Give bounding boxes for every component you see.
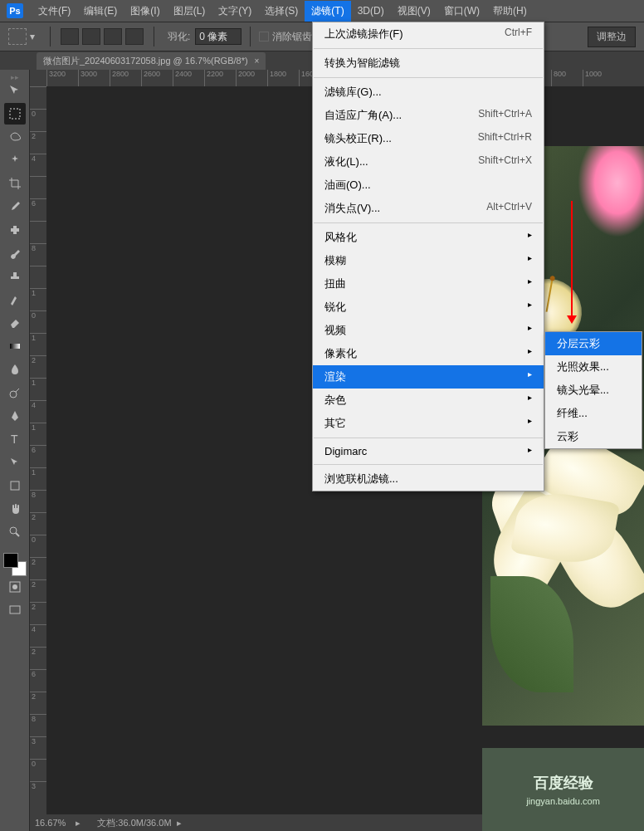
submenu-lighting-effects[interactable]: 光照效果... xyxy=(545,355,642,379)
menu-filter[interactable]: 滤镜(T) xyxy=(305,1,350,22)
svg-point-9 xyxy=(12,584,17,589)
close-icon[interactable]: × xyxy=(255,56,260,66)
guide-arrow-icon xyxy=(571,201,573,317)
svg-rect-3 xyxy=(10,344,20,349)
selection-intersect-icon[interactable] xyxy=(125,28,144,45)
lasso-tool-icon[interactable] xyxy=(4,126,26,148)
menu-layer[interactable]: 图层(L) xyxy=(167,1,212,22)
watermark: 百度经验 jingyan.baidu.com xyxy=(482,748,644,831)
svg-point-7 xyxy=(10,527,17,534)
filter-menu-dropdown: 上次滤镜操作(F)Ctrl+F 转换为智能滤镜 滤镜库(G)... 自适应广角(… xyxy=(312,22,544,491)
menu-file[interactable]: 文件(F) xyxy=(32,1,77,22)
screenmode-tool-icon[interactable] xyxy=(4,599,26,621)
color-swatches[interactable] xyxy=(3,553,27,576)
current-tool-icon[interactable] xyxy=(8,28,27,45)
menu-oil-paint[interactable]: 油画(O)... xyxy=(313,174,544,197)
menu-stylize[interactable]: 风格化 xyxy=(313,226,544,249)
menu-digimarc[interactable]: Digimarc xyxy=(313,441,544,462)
menu-select[interactable]: 选择(S) xyxy=(258,1,305,22)
menu-text[interactable]: 文字(Y) xyxy=(212,1,258,22)
menu-3d[interactable]: 3D(D) xyxy=(351,2,391,20)
submenu-fibers[interactable]: 纤维... xyxy=(545,402,642,425)
svg-rect-10 xyxy=(10,606,20,613)
crop-tool-icon[interactable] xyxy=(4,173,26,194)
menu-video[interactable]: 视频 xyxy=(313,319,544,342)
menu-browse-online-filters[interactable]: 浏览联机滤镜... xyxy=(313,467,544,491)
menu-noise[interactable]: 杂色 xyxy=(313,389,544,412)
selection-new-icon[interactable] xyxy=(61,28,79,45)
document-tab[interactable]: 微信图片_20240603172058.jpg @ 16.7%(RGB/8*) … xyxy=(37,52,266,70)
menu-sharpen[interactable]: 锐化 xyxy=(313,296,544,319)
refine-edge-button[interactable]: 调整边 xyxy=(588,27,636,47)
type-tool-icon[interactable]: T xyxy=(4,428,26,450)
ruler-vertical[interactable]: 0246810121416182022242628303 xyxy=(30,86,46,814)
hand-tool-icon[interactable] xyxy=(4,498,26,520)
app-logo: Ps xyxy=(7,3,23,18)
menu-convert-smart-filter[interactable]: 转换为智能滤镜 xyxy=(313,51,544,75)
document-info: 文档:36.0M/36.0M xyxy=(97,817,171,829)
move-tool-icon[interactable] xyxy=(4,80,26,101)
menu-blur[interactable]: 模糊 xyxy=(313,249,544,272)
svg-rect-2 xyxy=(13,226,17,234)
svg-point-4 xyxy=(10,391,17,398)
menu-pixelate[interactable]: 像素化 xyxy=(313,342,544,365)
watermark-url: jingyan.baidu.com xyxy=(526,796,600,806)
svg-rect-0 xyxy=(10,109,20,119)
menu-lens-correction[interactable]: 镜头校正(R)...Shift+Ctrl+R xyxy=(313,127,544,150)
blur-tool-icon[interactable] xyxy=(4,359,26,380)
menu-liquify[interactable]: 液化(L)...Shift+Ctrl+X xyxy=(313,150,544,174)
submenu-difference-clouds[interactable]: 分层云彩 xyxy=(545,332,642,355)
feather-input[interactable] xyxy=(195,28,242,45)
svg-rect-6 xyxy=(11,481,19,490)
heal-tool-icon[interactable] xyxy=(4,219,26,241)
gradient-tool-icon[interactable] xyxy=(4,335,26,357)
marquee-tool-icon[interactable] xyxy=(4,103,26,125)
menu-distort[interactable]: 扭曲 xyxy=(313,272,544,296)
antialias-label: 消除锯齿 xyxy=(272,30,312,44)
zoom-value[interactable]: 16.67% xyxy=(35,818,66,828)
wand-tool-icon[interactable] xyxy=(4,149,26,171)
document-title: 微信图片_20240603172058.jpg @ 16.7%(RGB/8*) xyxy=(43,55,248,67)
menu-filter-gallery[interactable]: 滤镜库(G)... xyxy=(313,81,544,104)
menu-render[interactable]: 渲染 xyxy=(313,365,544,389)
svg-text:T: T xyxy=(11,433,18,446)
selection-subtract-icon[interactable] xyxy=(104,28,122,45)
foreground-color-swatch[interactable] xyxy=(3,553,18,568)
selection-add-icon[interactable] xyxy=(82,28,100,45)
antialias-checkbox[interactable] xyxy=(259,32,269,42)
menu-help[interactable]: 帮助(H) xyxy=(486,1,534,22)
brush-tool-icon[interactable] xyxy=(4,242,26,264)
watermark-logo: 百度经验 xyxy=(534,773,593,793)
stamp-tool-icon[interactable] xyxy=(4,266,26,287)
menu-image[interactable]: 图像(I) xyxy=(124,1,166,22)
quickmask-tool-icon[interactable] xyxy=(4,576,26,598)
render-submenu: 分层云彩 光照效果... 镜头光晕... 纤维... 云彩 xyxy=(544,331,642,449)
eyedropper-tool-icon[interactable] xyxy=(4,196,26,218)
menu-adaptive-wide-angle[interactable]: 自适应广角(A)...Shift+Ctrl+A xyxy=(313,104,544,127)
menu-edit[interactable]: 编辑(E) xyxy=(77,1,124,22)
menu-other[interactable]: 其它 xyxy=(313,412,544,435)
toolbox: ▸▸ T xyxy=(0,70,30,831)
pen-tool-icon[interactable] xyxy=(4,405,26,427)
dodge-tool-icon[interactable] xyxy=(4,382,26,403)
ruler-corner xyxy=(30,70,46,86)
menu-window[interactable]: 窗口(W) xyxy=(437,1,486,22)
eraser-tool-icon[interactable] xyxy=(4,312,26,334)
history-brush-tool-icon[interactable] xyxy=(4,289,26,310)
menubar: Ps 文件(F) 编辑(E) 图像(I) 图层(L) 文字(Y) 选择(S) 滤… xyxy=(0,0,644,22)
path-select-tool-icon[interactable] xyxy=(4,452,26,473)
feather-label: 羽化: xyxy=(168,30,190,44)
shape-tool-icon[interactable] xyxy=(4,475,26,496)
menu-vanishing-point[interactable]: 消失点(V)...Alt+Ctrl+V xyxy=(313,197,544,220)
menu-view[interactable]: 视图(V) xyxy=(391,1,437,22)
menu-last-filter[interactable]: 上次滤镜操作(F)Ctrl+F xyxy=(313,22,544,46)
zoom-tool-icon[interactable] xyxy=(4,521,26,543)
submenu-lens-flare[interactable]: 镜头光晕... xyxy=(545,379,642,402)
submenu-clouds[interactable]: 云彩 xyxy=(545,425,642,448)
